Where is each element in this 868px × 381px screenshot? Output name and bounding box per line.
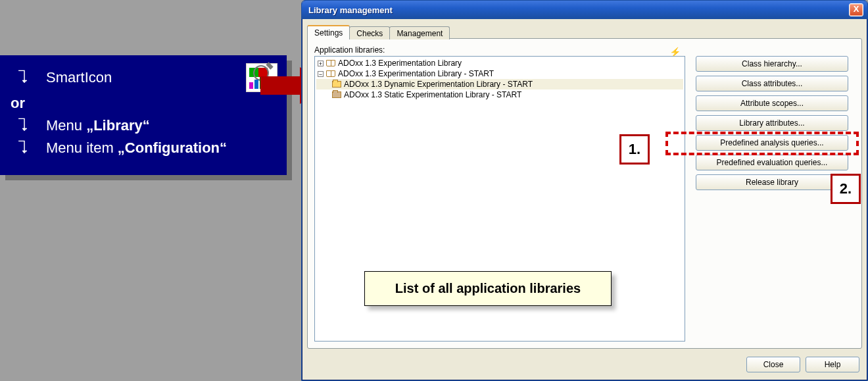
tree-label: ADOxx 1.3 Dynamic Experimentation Librar… xyxy=(344,80,533,89)
window-close-button[interactable]: X xyxy=(849,3,863,16)
book-icon xyxy=(326,70,335,77)
class-hierarchy-button[interactable]: Class hierarchy... xyxy=(696,56,848,72)
book-icon xyxy=(326,60,335,66)
info-row-menu-library: Menu „Library“ xyxy=(20,114,277,137)
expand-icon[interactable]: + xyxy=(318,61,324,66)
application-libraries-label: Application libraries: xyxy=(314,45,855,55)
bullet-arrow-icon xyxy=(20,141,33,155)
tab-management[interactable]: Management xyxy=(389,26,450,39)
tree-label: ADOxx 1.3 Static Experimentation Library… xyxy=(344,90,521,99)
side-buttons: Class hierarchy... Class attributes... A… xyxy=(696,56,848,190)
tab-settings[interactable]: Settings xyxy=(307,25,350,39)
bottom-buttons: Close Help xyxy=(746,357,859,372)
annotation-callout: List of all application libraries xyxy=(364,271,612,306)
info-row-smarticon: SmartIcon xyxy=(20,63,277,92)
bullet-arrow-icon xyxy=(20,70,33,85)
folder-icon xyxy=(332,91,341,98)
tree-node-lib-0[interactable]: + ADOxx 1.3 Experimentation Library xyxy=(316,58,683,68)
predefined-evaluation-button[interactable]: Predefined evaluation queries... xyxy=(696,155,848,170)
predefined-analysis-button[interactable]: Predefined analysis queries... xyxy=(696,135,848,151)
tab-checks[interactable]: Checks xyxy=(349,26,390,39)
folder-icon xyxy=(332,81,341,88)
titlebar[interactable]: Library management X xyxy=(302,1,867,19)
smarticon-icon xyxy=(246,63,277,92)
window-body: Settings Checks Management Application l… xyxy=(307,23,862,375)
class-attributes-button[interactable]: Class attributes... xyxy=(696,76,848,91)
annotation-number-2: 2. xyxy=(831,174,861,204)
bullet-arrow-icon xyxy=(20,118,33,133)
tabstrip: Settings Checks Management xyxy=(307,23,862,39)
window-title: Library management xyxy=(308,5,393,15)
info-text-menu-config: Menu item „Configuration“ xyxy=(46,137,277,159)
info-text-menu-library: Menu „Library“ xyxy=(46,114,277,137)
library-attributes-button[interactable]: Library attributes... xyxy=(696,115,848,131)
info-or: or xyxy=(11,92,277,114)
tree-node-lib-1b[interactable]: ADOxx 1.3 Static Experimentation Library… xyxy=(316,89,683,100)
info-panel: SmartIcon or Menu „Library“ Menu item „C… xyxy=(0,55,287,175)
tree-label: ADOxx 1.3 Experimentation Library xyxy=(338,59,462,68)
release-library-button[interactable]: Release library xyxy=(696,174,848,190)
close-button[interactable]: Close xyxy=(746,357,800,372)
tree-node-lib-1a[interactable]: ADOxx 1.3 Dynamic Experimentation Librar… xyxy=(316,79,683,89)
tree-node-lib-1[interactable]: − ADOxx 1.3 Experimentation Library - ST… xyxy=(316,68,683,79)
library-management-window: Library management X Settings Checks Man… xyxy=(301,0,868,381)
help-button[interactable]: Help xyxy=(806,357,859,372)
info-text-smarticon: SmartIcon xyxy=(46,66,229,89)
attribute-scopes-button[interactable]: Attribute scopes... xyxy=(696,95,848,111)
info-row-menu-config: Menu item „Configuration“ xyxy=(20,137,277,159)
tree-label: ADOxx 1.3 Experimentation Library - STAR… xyxy=(338,69,494,78)
annotation-number-1: 1. xyxy=(619,134,650,165)
collapse-icon[interactable]: − xyxy=(318,71,324,77)
